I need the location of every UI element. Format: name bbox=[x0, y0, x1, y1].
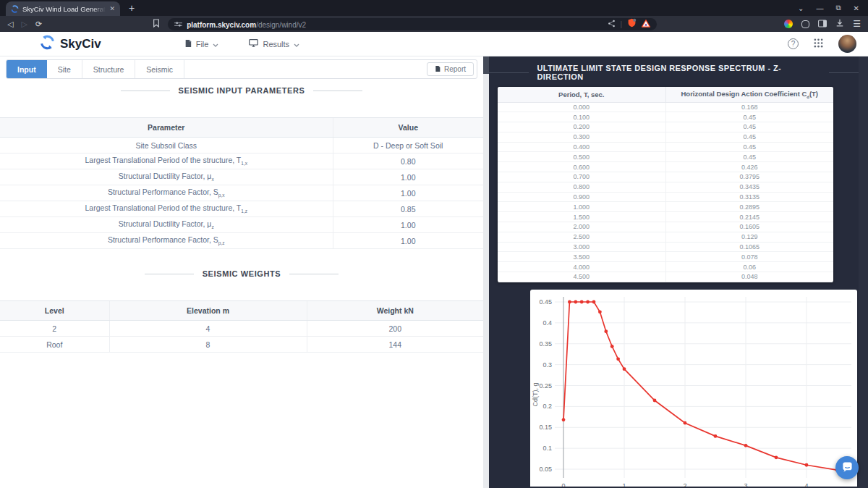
tab-site[interactable]: Site bbox=[47, 60, 82, 78]
svg-text:0.05: 0.05 bbox=[539, 466, 552, 473]
svg-text:3: 3 bbox=[744, 482, 747, 487]
share-icon[interactable] bbox=[608, 17, 616, 30]
file-menu-label: File bbox=[196, 40, 209, 49]
file-menu[interactable]: File bbox=[184, 39, 219, 49]
bookmark-icon[interactable] bbox=[153, 17, 160, 30]
browser-toolbar: ◁ ▷ ⟳ platform.skyciv.com/design/wind/v2… bbox=[0, 16, 868, 32]
back-button[interactable]: ◁ bbox=[7, 20, 13, 28]
column-header-level: Level bbox=[0, 301, 109, 321]
table-row: 1.0000.2895 bbox=[498, 202, 833, 212]
svg-text:0.2: 0.2 bbox=[542, 403, 552, 410]
table-row: Structural Performance Factor, Sp,x1.00 bbox=[0, 185, 483, 201]
new-tab-button[interactable]: + bbox=[129, 2, 135, 14]
tab-title: SkyCiv Wind Load Generat bbox=[22, 5, 106, 13]
results-menu[interactable]: Results bbox=[249, 39, 299, 49]
monitor-icon bbox=[249, 39, 258, 49]
svg-text:Cd(T), g: Cd(T), g bbox=[532, 382, 539, 406]
table-row: 0.3000.45 bbox=[498, 132, 833, 142]
table-row: 0.7000.3795 bbox=[498, 172, 833, 182]
forward-button: ▷ bbox=[21, 20, 27, 28]
table-row: Site Subsoil ClassD - Deep or Soft Soil bbox=[0, 138, 483, 153]
reload-button[interactable]: ⟳ bbox=[35, 20, 42, 28]
menu-button[interactable]: ☰ bbox=[853, 19, 861, 29]
results-menu-label: Results bbox=[263, 40, 289, 49]
chevron-down-icon bbox=[213, 40, 218, 49]
table-row: 0.9000.3135 bbox=[498, 192, 833, 202]
svg-text:0.4: 0.4 bbox=[542, 319, 552, 327]
table-row: 0.4000.45 bbox=[498, 142, 833, 152]
table-row: 4.0000.06 bbox=[498, 262, 833, 272]
column-header-period: Period, T, sec. bbox=[498, 87, 665, 102]
table-row: 0.1000.45 bbox=[498, 112, 833, 122]
spectrum-chart-svg: 0.050.10.150.20.250.30.350.40.4501234Cd(… bbox=[530, 290, 857, 487]
chat-widget-button[interactable] bbox=[835, 456, 859, 479]
svg-text:0.1: 0.1 bbox=[542, 445, 552, 452]
svg-text:0: 0 bbox=[561, 482, 565, 487]
tab-seismic[interactable]: Seismic bbox=[135, 60, 184, 78]
column-header-weight: Weight kN bbox=[307, 301, 483, 321]
color-wheel-extension-icon[interactable] bbox=[784, 20, 793, 28]
skyciv-favicon-icon bbox=[11, 5, 19, 13]
url-bar[interactable]: platform.skyciv.com/design/wind/v2 | bbox=[168, 18, 657, 30]
url-text: platform.skyciv.com/design/wind/v2 bbox=[187, 17, 306, 30]
table-row: 0.5000.45 bbox=[498, 152, 833, 162]
svg-text:1: 1 bbox=[622, 482, 626, 487]
leo-ai-icon[interactable] bbox=[801, 20, 809, 28]
seismic-input-parameters-heading: SEISMIC INPUT PARAMETERS bbox=[0, 86, 483, 95]
browser-tab[interactable]: SkyCiv Wind Load Generat ✕ bbox=[6, 1, 120, 16]
skyciv-logo-icon bbox=[40, 35, 55, 53]
chevron-down-icon bbox=[294, 40, 299, 49]
window-minimize-button[interactable]: — bbox=[816, 4, 823, 12]
response-spectrum-table: Period, T, sec. Horizontal Design Action… bbox=[498, 87, 833, 282]
left-panel-scrollbar[interactable] bbox=[483, 56, 489, 488]
input-panel: Input Site Structure Seismic Report SEIS… bbox=[0, 56, 489, 488]
table-row: 3.0000.1065 bbox=[498, 242, 833, 252]
report-button[interactable]: Report bbox=[427, 62, 474, 76]
table-row: 0.6000.426 bbox=[498, 162, 833, 172]
column-header-parameter: Parameter bbox=[0, 118, 333, 138]
toolbar-divider: | bbox=[621, 20, 623, 28]
file-icon bbox=[184, 39, 192, 49]
table-row: 1.5000.2145 bbox=[498, 212, 833, 222]
svg-text:2: 2 bbox=[683, 482, 686, 487]
chat-icon bbox=[842, 461, 853, 475]
tab-close-icon[interactable]: ✕ bbox=[109, 6, 115, 12]
svg-text:0.35: 0.35 bbox=[539, 340, 552, 348]
right-panel-scrollbar[interactable] bbox=[859, 56, 868, 488]
spectrum-table-card: Period, T, sec. Horizontal Design Action… bbox=[498, 87, 833, 282]
report-icon bbox=[435, 65, 441, 74]
table-row: Structural Ductility Factor, μx1.00 bbox=[0, 169, 483, 185]
apps-grid-button[interactable] bbox=[814, 38, 823, 51]
table-row: 2.0000.1605 bbox=[498, 222, 833, 232]
panel-tab-bar: Input Site Structure Seismic Report bbox=[6, 59, 477, 79]
table-row: 3.5000.078 bbox=[498, 252, 833, 262]
response-spectrum-heading: ULTIMATE LIMIT STATE DESIGN RESPONSE SPE… bbox=[489, 64, 868, 81]
window-restore-button[interactable]: ⧉ bbox=[835, 4, 841, 12]
tab-search-chevron-icon[interactable]: ⌄ bbox=[798, 4, 804, 12]
help-button[interactable]: ? bbox=[788, 38, 799, 49]
column-header-elevation: Elevation m bbox=[109, 301, 307, 321]
svg-text:4: 4 bbox=[804, 482, 808, 487]
table-row: 0.2000.45 bbox=[498, 122, 833, 132]
brave-shields-icon[interactable] bbox=[627, 17, 637, 30]
downloads-icon[interactable] bbox=[835, 17, 844, 30]
column-header-coefficient: Horizontal Design Action Coefficient Cd(… bbox=[665, 87, 833, 102]
tab-structure[interactable]: Structure bbox=[82, 60, 136, 78]
svg-text:0.3: 0.3 bbox=[542, 361, 552, 368]
avatar[interactable] bbox=[838, 35, 856, 53]
skyciv-brand[interactable]: SkyCiv bbox=[40, 35, 101, 53]
table-row: Roof8144 bbox=[0, 337, 483, 353]
brand-name: SkyCiv bbox=[60, 37, 101, 51]
sidebar-icon[interactable] bbox=[818, 17, 827, 30]
brave-rewards-icon[interactable] bbox=[642, 17, 650, 30]
table-row: Structural Performance Factor, Sp,z1.00 bbox=[0, 233, 483, 249]
table-row: Largest Translational Period of the stru… bbox=[0, 201, 483, 217]
response-spectrum-chart: 0.050.10.150.20.250.30.350.40.4501234Cd(… bbox=[530, 290, 857, 487]
svg-text:0.45: 0.45 bbox=[539, 298, 552, 306]
seismic-weights-table: Level Elevation m Weight kN 24200Roof814… bbox=[0, 300, 483, 353]
site-settings-icon[interactable] bbox=[174, 17, 182, 30]
tab-input[interactable]: Input bbox=[7, 60, 47, 78]
window-close-button[interactable]: ✕ bbox=[854, 4, 859, 12]
table-row: 24200 bbox=[0, 321, 483, 337]
app-header: SkyCiv File Results ? bbox=[0, 32, 868, 56]
